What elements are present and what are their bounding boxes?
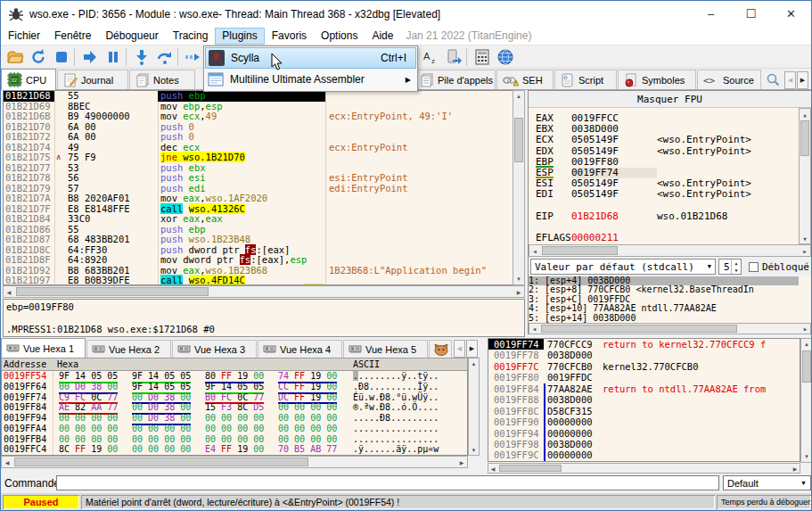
plugins-menu-item-multiline-ultimate-assembler[interactable]: Multiline Ultimate Assembler▶: [205, 69, 416, 90]
scroll-left-icon[interactable]: ◀: [529, 324, 539, 334]
tab-vue-hexa-3[interactable]: Vue Hexa 3: [172, 340, 257, 358]
stop-button[interactable]: [51, 46, 72, 68]
scroll-left-icon[interactable]: ◀: [529, 245, 540, 256]
hexdump-tab-scroll-right-button[interactable]: ▶: [466, 340, 478, 358]
tab-notes[interactable]: Notes: [129, 70, 195, 89]
tab-watch-partial[interactable]: [429, 340, 452, 358]
stack-row[interactable]: 0019FF74770CFCC9return to kernel32.770CF…: [488, 339, 800, 350]
hexdump-row[interactable]: 0019FF549F 14 05 059F 14 05 0580 FF 19 0…: [2, 371, 467, 382]
hexdump-row[interactable]: 0019FF74C9 FC 0C 7700 D0 38 00B0 FC 0C 7…: [2, 392, 467, 403]
menu-item-aide[interactable]: Aide: [365, 28, 400, 45]
spin-down-icon[interactable]: ▼: [731, 267, 741, 274]
stack-row[interactable]: 0019FF8477AA82AEreturn to ntdll.77AA82AE…: [488, 383, 800, 394]
scroll-up-icon[interactable]: ▲: [513, 91, 524, 102]
register-row-eax[interactable]: EAX0019FFCC: [529, 113, 799, 124]
run-button[interactable]: [79, 46, 101, 68]
register-row-eip[interactable]: EIP01B21D68wso.01B21D68: [529, 211, 799, 222]
spin-up-icon[interactable]: ▲: [731, 260, 741, 267]
hexdump-row[interactable]: 0019FF9400 00 00 0000 D0 38 0000 00 00 0…: [2, 413, 467, 424]
tab-vue-hexa-1[interactable]: Vue Hexa 1: [1, 338, 86, 358]
arg-row[interactable]: 5: [esp+14] 0038D000: [529, 314, 799, 323]
hide-fpu-button[interactable]: Masquer FPU: [529, 91, 811, 108]
args-list[interactable]: 1: [esp+4] 0038D0002: [esp+8] 770CFCB0 <…: [529, 276, 799, 323]
stack-row[interactable]: 0019FF8CD58CF315: [488, 406, 800, 416]
tab-vue-hexa-4[interactable]: Vue Hexa 4: [258, 340, 342, 358]
scroll-down-icon[interactable]: ▼: [800, 233, 810, 243]
tab-vue-hexa-2[interactable]: Vue Hexa 2: [86, 340, 171, 358]
scroll-right-icon[interactable]: ▶: [800, 324, 810, 334]
tab-pile-d-appels[interactable]: Pile d'appels: [414, 70, 496, 89]
scroll-thumb[interactable]: [802, 350, 811, 383]
scroll-right-icon[interactable]: ▶: [791, 464, 800, 473]
disasm-row[interactable]: 01B21D8433C0xor eax,eax: [4, 214, 513, 225]
disasm-row[interactable]: 01B21D6BB9 49000000mov ecx,49ecx:EntryPo…: [4, 111, 513, 122]
tab-scroll-right-button[interactable]: ▶: [797, 71, 808, 89]
close-button[interactable]: ✕: [771, 1, 811, 27]
arg-row[interactable]: 4: [esp+10] 77AA82AE ntdll.77AA82AE: [529, 304, 799, 313]
disasm-row[interactable]: 01B21D6855push ebp: [4, 91, 513, 102]
menu-item-fenetre[interactable]: Fenêtre: [47, 28, 98, 45]
register-row-ebp[interactable]: EBP0019FF80: [529, 157, 799, 168]
step-into-button[interactable]: [131, 46, 152, 68]
stack-row[interactable]: 0019FF9000000000: [488, 416, 800, 427]
stack-row[interactable]: 0019FF7C770CFCB0kernel32.770CFCB0: [488, 361, 800, 372]
menu-item-tracing[interactable]: Tracing: [166, 28, 216, 45]
scroll-left-icon[interactable]: ◀: [4, 286, 14, 297]
stack-row[interactable]: 0019FF880038D000: [488, 394, 800, 405]
scroll-up-icon[interactable]: ▲: [469, 359, 479, 368]
disasm-row[interactable]: 01B21D97E8 B0B39DFEcall wso.4FD14C: [4, 276, 513, 285]
disasm-row[interactable]: 01B21D7AB8 2020AF01mov eax,wso.1AF2020: [4, 194, 513, 204]
tab-source[interactable]: <>Source: [697, 70, 761, 89]
pause-button[interactable]: [103, 46, 124, 68]
hexdump-row[interactable]: 0019FFB400 00 00 0000 00 00 0000 00 00 0…: [2, 434, 467, 445]
hexdump-row[interactable]: 0019FF6400 D0 38 009F 14 05 059F 14 05 0…: [2, 382, 467, 392]
scroll-thumb[interactable]: [800, 120, 809, 156]
menu-item-options[interactable]: Options: [314, 28, 365, 45]
scroll-left-icon[interactable]: ◀: [488, 464, 497, 473]
register-row-edi[interactable]: EDI0505149F<wso.EntryPoint>: [529, 189, 799, 200]
menu-item-plugins[interactable]: Plugins: [215, 28, 264, 45]
disasm-row[interactable]: 01B21D726A 00push 0: [4, 132, 513, 143]
stack-row[interactable]: 0019FF9400000000: [488, 428, 800, 439]
stack-row[interactable]: 0019FF780038D000: [488, 350, 800, 360]
scroll-up-icon[interactable]: ▲: [800, 109, 810, 120]
hexdump-row[interactable]: 0019FFA400 00 00 0000 00 00 0000 00 00 0…: [2, 424, 467, 434]
stack-vscrollbar[interactable]: ▲ ▼: [800, 338, 812, 463]
args-count-spinner[interactable]: 5 ▲ ▼: [718, 259, 742, 275]
hexdump-row[interactable]: 0019FF84AE 82 AA 7700 D0 38 0015 F3 8C D…: [2, 402, 467, 413]
registers-hscrollbar[interactable]: ◀ ▶: [529, 244, 811, 257]
stack-row[interactable]: 0019FF9C00000000: [488, 449, 800, 460]
minimize-button[interactable]: –: [691, 1, 731, 27]
plugins-menu-item-scylla[interactable]: ScyllaCtrl+I: [205, 47, 416, 69]
step-over-button[interactable]: [154, 46, 176, 68]
scroll-thumb[interactable]: [541, 325, 737, 333]
scroll-thumb[interactable]: [14, 457, 308, 466]
args-hscrollbar[interactable]: ◀ ▶: [529, 323, 811, 334]
register-row-ecx[interactable]: ECX0505149F<wso.EntryPoint>: [529, 135, 799, 145]
menu-item-fichier[interactable]: Fichier: [1, 28, 47, 45]
tab-seh[interactable]: !SEH: [496, 70, 554, 89]
scroll-down-icon[interactable]: ▼: [513, 274, 524, 284]
disasm-hscrollbar[interactable]: ◀ ▶: [3, 285, 525, 298]
az-button[interactable]: Az: [420, 46, 441, 68]
scroll-right-icon[interactable]: ▶: [513, 286, 524, 297]
scroll-thumb[interactable]: [499, 465, 562, 472]
scroll-thumb[interactable]: [542, 246, 618, 255]
disassembly-view[interactable]: 01B21D6855push ebp01B21D698BECmov ebp,es…: [3, 90, 513, 285]
hexdump-hscrollbar[interactable]: ◀ ▶: [1, 456, 468, 468]
tab-cpu[interactable]: 32CPU: [1, 69, 56, 90]
command-profile-dropdown[interactable]: Default ▼: [723, 475, 811, 490]
scroll-right-icon[interactable]: ▶: [456, 457, 467, 467]
scroll-right-icon[interactable]: ▶: [800, 245, 810, 256]
maximize-button[interactable]: ☐: [731, 1, 771, 27]
tab-journal[interactable]: Journal: [57, 70, 128, 89]
stack-rows[interactable]: 0019FF74770CFCC9return to kernel32.770CF…: [488, 338, 800, 462]
search-button[interactable]: [762, 70, 783, 89]
tab-script[interactable]: Script: [554, 70, 617, 89]
hexdump-row[interactable]: 0019FFC48C FF 19 0000 00 00 00E4 FF 19 0…: [2, 444, 467, 455]
register-row-eflags[interactable]: EFLAGS00000211: [529, 233, 799, 243]
unlocked-checkbox[interactable]: [749, 262, 759, 272]
scroll-left-icon[interactable]: ◀: [2, 457, 12, 467]
registers-list[interactable]: EAX0019FFCCEBX0038D000ECX0505149F<wso.En…: [529, 108, 799, 244]
globe-button[interactable]: [495, 46, 516, 68]
